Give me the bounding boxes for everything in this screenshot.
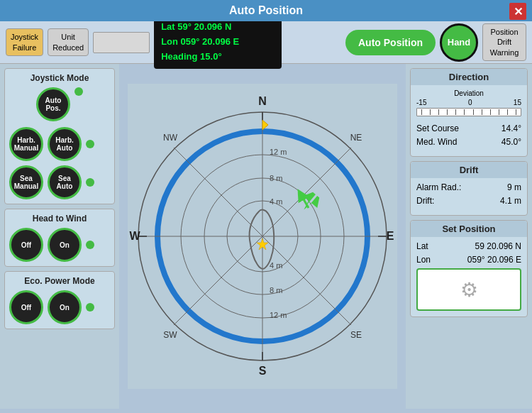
gps-display: Lat 59° 20.096 N Lon 059° 20.096 E Headi… [154, 16, 282, 68]
heading-display: Heading 15.0° [161, 50, 275, 65]
htw-indicator [86, 241, 94, 249]
auto-pos-indicator [74, 87, 83, 121]
tick-11 [507, 109, 508, 115]
deviation-min: -15 [416, 99, 426, 106]
harb-manual-button[interactable]: Harb.Manual [9, 127, 43, 161]
svg-text:S: S [259, 365, 267, 377]
drift-row: Drift: 4.1 m [416, 196, 521, 206]
alarm-rad-row: Alarm Rad.: 9 m [416, 182, 521, 192]
med-wind-row: Med. Wind 45.0° [416, 137, 521, 147]
main-content: Joystick Mode AutoPos. Harb.Manual Harb.… [0, 64, 532, 409]
close-button[interactable]: ✕ [509, 3, 526, 20]
head-to-wind-title: Head to Wind [9, 214, 110, 224]
auto-position-button[interactable]: Auto Position [345, 30, 436, 55]
alarm-rad-value: 9 m [507, 182, 521, 192]
set-position-title: Set Position [411, 221, 527, 237]
heading-value: 15.0° [200, 51, 222, 62]
set-pos-lat-row: Lat 59 20.096 N [416, 241, 521, 251]
svg-text:NE: NE [350, 133, 362, 143]
hand-button[interactable]: Hand [440, 23, 478, 62]
svg-text:4 m: 4 m [270, 197, 282, 206]
sea-indicator [86, 178, 94, 187]
head-to-wind-section: Head to Wind Off On [4, 209, 115, 267]
lon-label: Lon [161, 36, 180, 47]
direction-title: Direction [411, 69, 527, 85]
deviation-max: 15 [514, 99, 521, 106]
eco-power-section: Eco. Power Mode Off On [4, 271, 115, 329]
svg-text:SW: SW [163, 330, 177, 340]
heading-label: Heading [161, 51, 200, 62]
eco-row: Off On [9, 290, 110, 324]
htw-off-button[interactable]: Off [9, 228, 43, 262]
tick-12 [516, 109, 516, 115]
deviation-area: Deviation -15 0 15 [416, 89, 521, 116]
set-pos-lon-label: Lon [416, 255, 431, 265]
harb-auto-button[interactable]: Harb.Auto [48, 127, 82, 161]
tick-2 [430, 109, 431, 115]
top-bar: JoystickFailure UnitReduced Lat 59° 20.0… [0, 21, 532, 64]
harb-indicator [86, 140, 94, 148]
eco-on-button[interactable]: On [48, 290, 82, 324]
svg-text:W: W [129, 230, 140, 242]
set-course-row: Set Course 14.4° [416, 123, 521, 133]
direction-section: Direction Deviation -15 0 15 [410, 68, 528, 157]
compass-svg: N S E W NW NE SW SE 4 m 8 m 12 m 4 m 8 m… [128, 84, 397, 389]
settings-icon: ⚙ [460, 278, 478, 302]
svg-text:8 m: 8 m [270, 174, 282, 182]
right-panel: Direction Deviation -15 0 15 [406, 64, 532, 409]
lat-value: 59° 20.096 N [177, 21, 231, 32]
left-panel: Joystick Mode AutoPos. Harb.Manual Harb.… [0, 64, 119, 409]
joystick-mode-section: Joystick Mode AutoPos. Harb.Manual Harb.… [4, 68, 115, 204]
set-pos-lat-label: Lat [416, 241, 428, 251]
set-position-section: Set Position Lat 59 20.096 N Lon 059° 20… [410, 220, 528, 317]
med-wind-value: 45.0° [501, 137, 521, 147]
compass-container: N S E W NW NE SW SE 4 m 8 m 12 m 4 m 8 m… [128, 84, 397, 389]
tick-8 [482, 109, 482, 115]
joystick-failure-button[interactable]: JoystickFailure [6, 28, 43, 56]
tick-7 [473, 109, 474, 115]
lon-display: Lon 059° 20.096 E [161, 35, 275, 50]
eco-off-button[interactable]: Off [9, 290, 43, 324]
htw-row: Off On [9, 228, 110, 262]
drift-title: Drift [411, 162, 527, 178]
deviation-track [416, 108, 521, 116]
tick-5 [455, 109, 456, 115]
svg-text:SE: SE [350, 330, 362, 340]
sea-manual-button[interactable]: SeaManual [9, 165, 43, 199]
svg-text:8 m: 8 m [270, 286, 282, 294]
top-bar-input[interactable] [93, 32, 150, 53]
drift-label: Drift: [416, 196, 434, 206]
deviation-zero: 0 [468, 99, 472, 106]
title-bar: Auto Position ✕ [0, 0, 532, 21]
unit-reduced-button[interactable]: UnitReduced [48, 28, 89, 56]
svg-text:12 m: 12 m [270, 148, 287, 156]
tick-4 [447, 109, 448, 115]
svg-text:E: E [387, 230, 394, 242]
eco-power-title: Eco. Power Mode [9, 276, 110, 286]
center-panel: N S E W NW NE SW SE 4 m 8 m 12 m 4 m 8 m… [119, 64, 406, 409]
tick-10 [499, 109, 499, 115]
htw-on-button[interactable]: On [48, 228, 82, 262]
tick-9 [490, 109, 491, 115]
set-pos-lon-row: Lon 059° 20.096 E [416, 255, 521, 265]
set-course-label: Set Course [416, 123, 459, 133]
course-wind-area: Set Course 14.4° Med. Wind 45.0° [416, 123, 521, 147]
position-drift-warning-button[interactable]: PositionDriftWarning [482, 23, 526, 61]
settings-box[interactable]: ⚙ [416, 268, 521, 311]
svg-text:4 m: 4 m [270, 261, 282, 270]
alarm-rad-label: Alarm Rad.: [416, 182, 461, 192]
tick-6 [464, 109, 465, 115]
set-pos-lon-value: 059° 20.096 E [467, 255, 521, 265]
drift-section: Drift Alarm Rad.: 9 m Drift: 4.1 m [410, 161, 528, 216]
tick-1 [421, 109, 422, 115]
set-course-value: 14.4° [501, 123, 521, 133]
lat-label: Lat [161, 21, 177, 32]
drift-value: 4.1 m [500, 196, 521, 206]
svg-text:N: N [258, 95, 267, 107]
sea-auto-button[interactable]: SeaAuto [48, 165, 82, 199]
auto-pos-mode-button[interactable]: AutoPos. [36, 87, 70, 121]
deviation-label: Deviation [416, 89, 521, 97]
svg-text:NW: NW [163, 133, 178, 143]
eco-indicator [86, 303, 94, 312]
deviation-scale: -15 0 15 [416, 99, 521, 106]
